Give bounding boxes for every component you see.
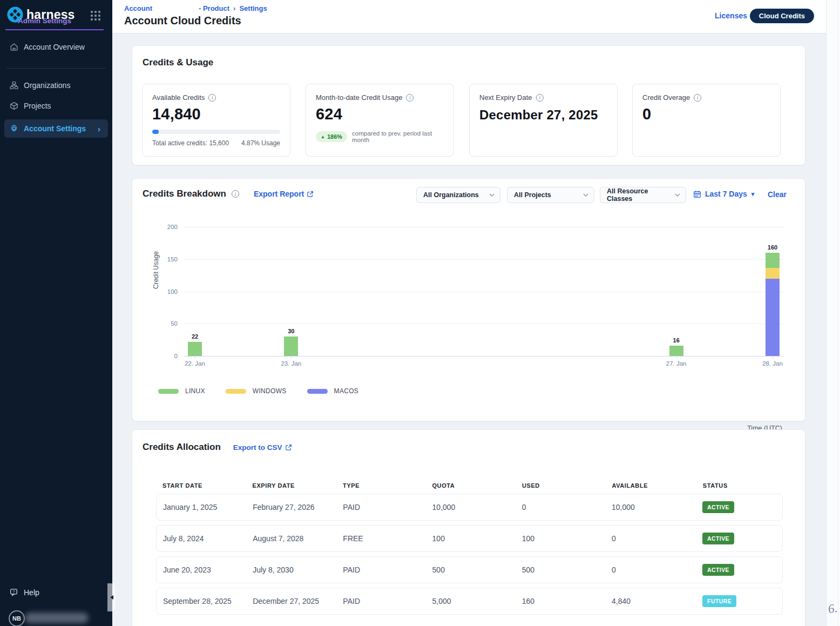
table-cell: December 27, 2025 <box>253 597 343 605</box>
cloud-credits-button[interactable]: Cloud Credits <box>750 9 814 23</box>
legend-item-linux[interactable]: LINUX <box>158 387 205 395</box>
caret-down-icon: ▾ <box>751 191 755 198</box>
legend-swatch <box>158 389 179 394</box>
project-filter-select[interactable]: All Projects <box>507 187 594 203</box>
chevron-down-icon <box>583 193 588 197</box>
chevron-right-icon: › <box>98 124 100 133</box>
credits-breakdown-panel: Credits Breakdown Export Report All Orga… <box>132 178 805 421</box>
breadcrumb-account-link[interactable]: Account <box>124 4 152 12</box>
x-axis-tick-label: 22. Jan <box>173 360 216 367</box>
sidebar-help[interactable]: ? Help <box>0 584 39 601</box>
breadcrumb-settings-link[interactable]: Settings <box>239 4 267 12</box>
table-cell: July 8, 2030 <box>253 566 343 574</box>
sidebar-item-label: Account Settings <box>24 124 86 133</box>
x-axis-tick-label: 23. Jan <box>269 360 313 367</box>
column-header-quota: QUOTA <box>432 482 521 489</box>
export-csv-link[interactable]: Export to CSV <box>233 443 292 452</box>
sidebar-item-label: Organizations <box>24 81 70 90</box>
table-cell: 0 <box>612 566 702 574</box>
export-report-link[interactable]: Export Report <box>254 190 314 198</box>
gear-icon <box>10 124 18 133</box>
status-badge: ACTIVE <box>702 533 734 544</box>
table-cell: 160 <box>522 597 612 605</box>
calendar-icon <box>693 190 701 198</box>
x-axis-tick-mark <box>773 356 773 359</box>
avatar[interactable]: NB <box>9 610 25 626</box>
table-cell: 5,000 <box>432 597 522 605</box>
card-label: Next Expiry Date <box>479 93 532 102</box>
table-row: January 1, 2025February 27, 2026PAID10,0… <box>156 494 783 521</box>
sidebar-item-label: Account Overview <box>24 43 85 51</box>
sidebar-collapse-handle[interactable] <box>107 583 116 611</box>
credits-usage-title: Credits & Usage <box>143 57 213 68</box>
column-header-used: USED <box>522 482 612 489</box>
table-cell-status: ACTIVE <box>702 564 776 576</box>
home-icon <box>10 43 18 51</box>
credits-breakdown-title: Credits Breakdown <box>143 189 226 199</box>
sidebar-item-projects[interactable]: Projects <box>0 96 112 116</box>
table-cell: 4,840 <box>612 597 702 605</box>
y-axis-tick-label: 150 <box>156 256 178 262</box>
column-header-type: TYPE <box>343 482 432 489</box>
sidebar-subtitle: Admin Settings <box>18 17 71 25</box>
bar-segment-linux[interactable] <box>669 346 683 356</box>
clear-filters-button[interactable]: Clear <box>768 190 787 199</box>
card-label: Available Credits <box>152 93 205 102</box>
credits-allocation-panel: Credits Allocation Export to CSV START D… <box>132 429 805 626</box>
credits-breakdown-chart: 0501001502002222. Jan3023. Jan1627. Jan1… <box>184 227 783 356</box>
credits-allocation-title: Credits Allocation <box>143 442 221 453</box>
date-range-filter[interactable]: Last 7 Days ▾ <box>693 190 754 198</box>
trend-up-icon: ▲ <box>321 134 325 139</box>
sidebar-item-label: Projects <box>24 102 51 110</box>
breadcrumb-separator: › <box>233 4 235 12</box>
allocation-table-header: START DATEEXPIRY DATETYPEQUOTAUSEDAVAILA… <box>156 477 783 494</box>
x-axis-tick-label: 27. Jan <box>655 360 698 367</box>
sidebar-nav: Account OverviewOrganizationsProjectsAcc… <box>0 37 112 138</box>
y-axis-tick-label: 200 <box>156 224 178 230</box>
y-axis-tick-label: 100 <box>156 288 178 295</box>
table-cell: 100 <box>522 534 612 543</box>
help-label: Help <box>24 588 39 597</box>
sidebar-item-account-settings[interactable]: Account Settings› <box>4 119 108 138</box>
redacted-account-name <box>270 1 334 25</box>
org-filter-select[interactable]: All Organizations <box>416 187 500 203</box>
page-title: Account Cloud Credits <box>124 15 241 27</box>
card-label: Month-to-date Credit Usage <box>316 93 402 102</box>
credits-progress-track <box>152 130 280 134</box>
apps-grid-icon[interactable] <box>91 11 100 21</box>
page-scrollbar[interactable] <box>826 0 840 626</box>
chart-legend: LINUXWINDOWSMACOS <box>158 387 379 395</box>
resource-class-filter-select[interactable]: All Resource Classes <box>600 187 686 203</box>
bar-segment-windows[interactable] <box>766 268 780 278</box>
chart-gridline <box>184 292 783 292</box>
column-header-available: AVAILABLE <box>612 482 702 489</box>
next-expiry-card: Next Expiry Date December 27, 2025 <box>469 84 618 157</box>
legend-item-windows[interactable]: WINDOWS <box>226 387 287 395</box>
legend-label: LINUX <box>185 387 205 395</box>
sidebar-item-account-overview[interactable]: Account Overview <box>0 37 112 57</box>
bar-segment-macos[interactable] <box>766 279 780 356</box>
table-cell: 10,000 <box>612 503 702 511</box>
card-label: Credit Overage <box>642 93 690 102</box>
info-icon[interactable] <box>406 94 414 102</box>
column-header-start-date: START DATE <box>162 482 252 489</box>
sidebar-item-organizations[interactable]: Organizations <box>0 75 112 96</box>
bar-segment-linux[interactable] <box>766 253 780 268</box>
info-icon[interactable] <box>232 190 239 198</box>
legend-item-macos[interactable]: MACOS <box>307 387 359 395</box>
info-icon[interactable] <box>536 94 544 102</box>
table-cell: September 28, 2025 <box>163 597 253 605</box>
info-icon[interactable] <box>694 94 701 102</box>
chevron-down-icon <box>675 193 680 197</box>
next-expiry-value: December 27, 2025 <box>479 106 607 124</box>
x-axis-tick-mark <box>195 356 195 359</box>
info-icon[interactable] <box>208 94 216 102</box>
bar-segment-linux[interactable] <box>188 342 202 356</box>
help-chat-icon: ? <box>10 588 19 597</box>
bar-segment-linux[interactable] <box>284 336 298 356</box>
licenses-link[interactable]: Licenses <box>715 11 747 20</box>
breadcrumb-product-link[interactable]: - Product <box>199 4 229 12</box>
credits-progress-fill <box>152 130 159 134</box>
chart-gridline <box>184 259 783 260</box>
table-cell: 100 <box>432 534 522 543</box>
